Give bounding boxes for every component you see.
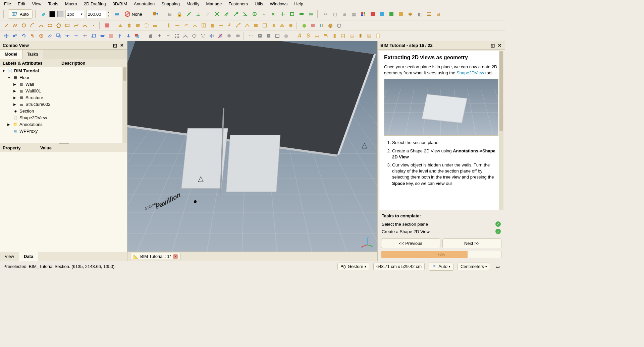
window-tool-button[interactable]: [200, 22, 207, 29]
fontsize-spinner[interactable]: ▴▾: [86, 10, 111, 18]
linewidth-combo[interactable]: 1px▾: [65, 10, 84, 18]
menu-help[interactable]: Help: [292, 1, 305, 7]
roof-tool-button[interactable]: [244, 22, 251, 29]
menu-3d-bim[interactable]: 3D/BIM: [111, 1, 129, 7]
snap-endpoint-button[interactable]: [232, 10, 239, 18]
close-panel-button[interactable]: ✕: [119, 43, 124, 48]
construction-mode-button[interactable]: [113, 10, 120, 18]
trimex-tool-button[interactable]: [64, 32, 71, 40]
tree-wpproxy[interactable]: ⊞ WPProxy: [0, 128, 127, 134]
hatch-button[interactable]: [366, 32, 373, 40]
menu-2d-drafting[interactable]: 2D Drafting: [82, 1, 108, 7]
stairs-tool-button[interactable]: [235, 22, 242, 29]
grid-tool-button[interactable]: ⊞: [348, 32, 356, 40]
spin-down[interactable]: ▾: [106, 14, 111, 18]
arc-3pt-tool-button[interactable]: [38, 22, 45, 29]
snap-intersection-button[interactable]: [213, 10, 221, 18]
array-tool-button[interactable]: [173, 32, 180, 40]
line-color-swatch[interactable]: [49, 11, 55, 17]
classification-button[interactable]: [360, 10, 367, 18]
spin-up[interactable]: ▴: [106, 10, 111, 14]
circle-tool-button[interactable]: [20, 22, 28, 29]
preflight-button[interactable]: [388, 10, 395, 18]
expand-arrow-icon[interactable]: ▼: [7, 76, 11, 79]
snap-center-button[interactable]: [251, 10, 258, 18]
cutplane-button[interactable]: [217, 32, 224, 40]
menu-fasteners[interactable]: Fasteners: [226, 1, 250, 7]
toggle-subcomponent-button[interactable]: [282, 32, 290, 40]
clone-component-button[interactable]: [38, 32, 45, 40]
snap-grid-button[interactable]: ⊞: [166, 10, 174, 18]
compound-button[interactable]: [234, 32, 241, 40]
rotate-tool-button[interactable]: [20, 32, 28, 40]
close-document-button[interactable]: ✕: [173, 254, 178, 259]
simplecopy-button[interactable]: [225, 32, 233, 40]
split-tool-button[interactable]: [81, 32, 89, 40]
site-tool-button[interactable]: [117, 22, 124, 29]
pipe-tool-button[interactable]: [217, 22, 225, 29]
menu-file[interactable]: File: [2, 1, 13, 7]
autogroup-button[interactable]: [152, 10, 159, 18]
snap-perpendicular-button[interactable]: ⊥: [195, 10, 202, 18]
tree-structure[interactable]: ▶ ☰ Structure: [0, 94, 127, 101]
sketch-tool-button[interactable]: [103, 22, 111, 29]
tree-root[interactable]: ▼ 📄 BIM Tutorial: [0, 67, 127, 74]
menu-edit[interactable]: Edit: [16, 1, 27, 7]
axis-system-button[interactable]: [339, 32, 347, 40]
model-tree[interactable]: ▼ 📄 BIM Tutorial ▼ ▦ Floor ▶ ▥ Wall ▶ ▥: [0, 67, 127, 143]
snap-grid-toggle-button[interactable]: #: [204, 10, 211, 18]
document-tab-active[interactable]: 📐 BIM Tutorial : 1* ✕: [130, 253, 181, 260]
copy-move-button[interactable]: [11, 32, 19, 40]
next-button[interactable]: Next >>: [442, 238, 502, 248]
arc-tool-button[interactable]: [29, 22, 36, 29]
menu-utils[interactable]: Utils: [253, 1, 265, 7]
tree-scrollbar[interactable]: [122, 67, 127, 143]
polygon-tool-button[interactable]: [55, 22, 62, 29]
menu-tools[interactable]: Tools: [46, 1, 60, 7]
eraser-tool-button[interactable]: [40, 10, 47, 18]
point-tool-button[interactable]: [90, 22, 97, 29]
tree-floor[interactable]: ▼ ▦ Floor: [0, 74, 127, 81]
clone-tool-button[interactable]: [29, 32, 36, 40]
wire-tool-button[interactable]: [11, 22, 19, 29]
polararray-button[interactable]: [191, 32, 198, 40]
tab-data[interactable]: Data: [19, 252, 38, 261]
tree-wall001[interactable]: ▶ ▥ Wall001: [0, 87, 127, 94]
offset2d-button[interactable]: [55, 32, 62, 40]
rebar-tool-button[interactable]: [191, 22, 199, 29]
mirror-tool-button[interactable]: [208, 32, 215, 40]
join-tool-button[interactable]: [72, 32, 80, 40]
equipment-tool-button[interactable]: [287, 22, 294, 29]
panel-tool-button[interactable]: [252, 22, 260, 29]
menu-snapping[interactable]: Snapping: [159, 1, 182, 7]
draft2sketch-button[interactable]: [107, 32, 115, 40]
pointarray-button[interactable]: [199, 32, 207, 40]
material-button[interactable]: [369, 10, 376, 18]
close-tutorial-button[interactable]: ✕: [497, 43, 502, 48]
builder-tool-button[interactable]: [335, 22, 343, 29]
list-button[interactable]: [425, 10, 433, 18]
column-tool-button[interactable]: [165, 22, 172, 29]
shape2dview-tool-button[interactable]: [133, 32, 141, 40]
dimension-tool-button[interactable]: [313, 32, 321, 40]
fence-tool-button[interactable]: [270, 22, 277, 29]
tree-wall[interactable]: ▶ ▥ Wall: [0, 81, 127, 87]
stretch-tool-button[interactable]: [99, 32, 106, 40]
shape2dview-link[interactable]: Shape2DView: [457, 70, 484, 75]
snap-angle-button[interactable]: [241, 10, 249, 18]
splitter-handle[interactable]: [0, 143, 127, 144]
face-color-swatch[interactable]: [57, 11, 63, 17]
slab-tool-button[interactable]: [182, 22, 190, 29]
snap-near-button[interactable]: ✕: [270, 10, 277, 18]
undock-panel-button[interactable]: ◱: [112, 43, 118, 48]
patharray-button[interactable]: [182, 32, 189, 40]
component-tool-button[interactable]: [301, 22, 308, 29]
menu-macro[interactable]: Macro: [63, 1, 79, 7]
page-button[interactable]: [374, 32, 382, 40]
nav-style-combo[interactable]: Gesture ▾: [337, 263, 369, 270]
tree-structure002[interactable]: ▶ ☰ Structure002: [0, 101, 127, 108]
layers-button[interactable]: [407, 10, 414, 18]
pipe-connector-button[interactable]: [226, 22, 233, 29]
level-tool-button[interactable]: [134, 22, 142, 29]
truss-tool-button[interactable]: [278, 22, 286, 29]
